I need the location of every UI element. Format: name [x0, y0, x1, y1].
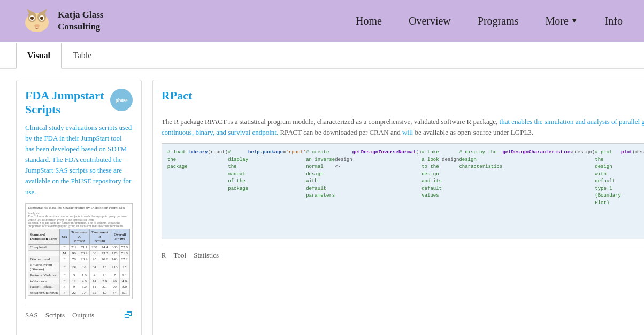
- card-rpact-header: RPact RACT: [162, 89, 644, 111]
- svg-point-6: [40, 17, 43, 20]
- phuse-logo-icon: phuse: [110, 89, 133, 111]
- nav-overview[interactable]: Overview: [409, 15, 451, 27]
- main-nav: Home Overview Programs More ▼ Info: [356, 15, 623, 27]
- nav-programs[interactable]: Programs: [478, 15, 519, 27]
- site-header: Katja Glass Consulting Home Overview Pro…: [0, 0, 644, 42]
- fda-external-link-icon[interactable]: 🗗: [124, 310, 133, 320]
- card-fda-title: FDA Jumpstart Scripts: [25, 89, 110, 117]
- nav-info[interactable]: Info: [605, 15, 623, 27]
- cards-grid: FDA Jumpstart Scripts phuse Clinical stu…: [16, 80, 628, 335]
- card-fda-jumpstart: FDA Jumpstart Scripts phuse Clinical stu…: [16, 80, 142, 335]
- card-rpact: RPact RACT The R package RPACT is a stat…: [152, 80, 644, 335]
- tag-outputs: Outputs: [72, 311, 94, 320]
- card-fda-header: FDA Jumpstart Scripts phuse: [25, 89, 133, 117]
- tab-table[interactable]: Table: [62, 43, 103, 69]
- brand-logo-icon: [21, 5, 52, 36]
- tag-scripts: Scripts: [45, 311, 65, 320]
- card-rpact-title: RPact: [162, 89, 644, 103]
- tag-sas: SAS: [25, 311, 38, 320]
- card-fda-description: Clinical study evaluations scripts used …: [25, 122, 133, 198]
- brand-name: Katja Glass Consulting: [58, 9, 103, 33]
- card-rpact-code: # load the package library(rpact) # disp…: [162, 143, 644, 239]
- more-dropdown-arrow: ▼: [571, 17, 578, 25]
- card-fda-image: Demographic Baseline Characteristics by …: [25, 203, 133, 299]
- logo-area: Katja Glass Consulting: [21, 5, 356, 36]
- tab-visual[interactable]: Visual: [16, 43, 62, 69]
- svg-point-5: [30, 17, 34, 20]
- tag-statistics: Statistics: [194, 251, 219, 260]
- tag-r: R: [162, 251, 166, 260]
- nav-more[interactable]: More ▼: [545, 15, 578, 27]
- tabs-bar: Visual Table: [0, 42, 644, 69]
- main-content: FDA Jumpstart Scripts phuse Clinical stu…: [0, 69, 644, 335]
- nav-home[interactable]: Home: [356, 15, 382, 27]
- fda-preview-table: Standard Disposition Term Sex Treatment …: [28, 229, 130, 296]
- tag-tool: Tool: [174, 251, 187, 260]
- card-rpact-description: The R package RPACT is a statistical pro…: [162, 116, 644, 138]
- svg-point-7: [34, 24, 40, 27]
- card-fda-footer: SAS Scripts Outputs 🗗: [25, 305, 133, 320]
- card-rpact-footer: R Tool Statistics 🗗: [162, 245, 644, 260]
